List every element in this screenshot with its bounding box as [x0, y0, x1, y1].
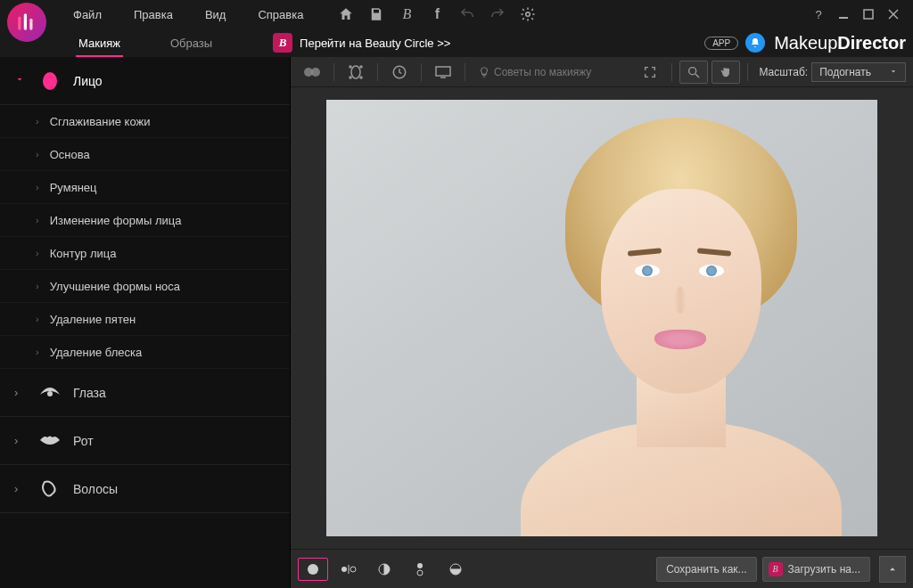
subitem-face-shape[interactable]: ›Изменение формы лица	[0, 204, 290, 237]
save-as-button[interactable]: Сохранить как...	[656, 557, 756, 582]
magnifier-icon[interactable]	[679, 61, 708, 84]
beauty-circle-text: Перейти на Beauty Circle >>	[300, 37, 450, 50]
zoom-value: Подогнать	[819, 66, 871, 78]
divider	[421, 63, 422, 81]
beauty-circle-link[interactable]: B Перейти на Beauty Circle >>	[273, 33, 450, 53]
svg-point-13	[350, 66, 351, 68]
compare-faces-icon[interactable]	[298, 61, 326, 84]
menu-edit[interactable]: Правка	[118, 3, 189, 27]
subitem-label: Улучшение формы носа	[50, 280, 180, 293]
face-icon	[37, 70, 62, 92]
menu-help[interactable]: Справка	[242, 3, 319, 27]
lightbulb-icon	[478, 66, 490, 78]
subitem-spot-removal[interactable]: ›Удаление пятен	[0, 303, 290, 336]
view-before-after-icon[interactable]	[333, 558, 364, 581]
svg-rect-2	[29, 19, 32, 30]
tips-label: Советы по макияжу	[494, 66, 591, 78]
subitem-label: Румянец	[50, 181, 97, 194]
subitem-contour[interactable]: ›Контур лица	[0, 237, 290, 270]
category-hair[interactable]: › Волосы	[0, 465, 290, 513]
face-detect-icon[interactable]	[341, 61, 370, 84]
secondary-bar: Макияж Образы B Перейти на Beauty Circle…	[0, 29, 913, 57]
category-label: Лицо	[73, 74, 103, 88]
divider	[671, 63, 672, 81]
category-face[interactable]: Лицо	[0, 57, 290, 105]
chevron-right-icon: ›	[36, 215, 39, 225]
svg-point-12	[351, 66, 360, 78]
view-split-horizontal-icon[interactable]	[440, 558, 471, 581]
chevron-right-icon: ›	[14, 386, 27, 399]
upload-button[interactable]: BЗагрузить на...	[762, 557, 870, 582]
menu-file[interactable]: Файл	[57, 3, 118, 27]
svg-point-11	[311, 68, 320, 77]
subitem-label: Основа	[50, 148, 90, 161]
divider	[465, 63, 465, 81]
subitem-blush[interactable]: ›Румянец	[0, 171, 290, 204]
subitem-nose-shape[interactable]: ›Улучшение формы носа	[0, 270, 290, 303]
brand-title: MakeupDirector	[774, 33, 906, 53]
tab-looks[interactable]: Образы	[145, 31, 237, 55]
subitem-label: Изменение формы лица	[50, 214, 182, 227]
chevron-right-icon: ›	[36, 149, 39, 159]
close-button[interactable]	[881, 2, 906, 27]
chevron-right-icon: ›	[36, 314, 39, 324]
svg-point-20	[689, 67, 696, 74]
view-single-icon[interactable]	[298, 558, 328, 581]
subitem-foundation[interactable]: ›Основа	[0, 138, 290, 171]
settings-icon[interactable]	[519, 5, 537, 23]
category-label: Глаза	[73, 386, 106, 400]
notifications-icon[interactable]	[745, 33, 765, 53]
subitem-label: Удаление блеска	[50, 346, 143, 359]
svg-point-25	[350, 567, 356, 572]
history-icon[interactable]	[385, 61, 414, 84]
tab-makeup[interactable]: Макияж	[53, 31, 145, 55]
zoom-label: Масштаб:	[759, 66, 808, 78]
category-eyes[interactable]: › Глаза	[0, 369, 290, 417]
maximize-button[interactable]	[856, 2, 881, 27]
app-pill[interactable]: APP	[704, 37, 738, 50]
zoom-select[interactable]: Подогнать	[811, 62, 906, 82]
bottom-bar: Сохранить как... BЗагрузить на...	[291, 549, 913, 588]
view-stacked-icon[interactable]	[405, 558, 435, 581]
menu-view[interactable]: Вид	[189, 3, 243, 27]
chevron-down-icon	[14, 74, 27, 87]
screen-icon[interactable]	[429, 61, 457, 84]
category-mouth[interactable]: › Рот	[0, 417, 290, 465]
svg-point-23	[341, 567, 347, 572]
undo-icon[interactable]	[458, 5, 476, 23]
subitem-shine-removal[interactable]: ›Удаление блеска	[0, 336, 290, 369]
chevron-right-icon: ›	[36, 248, 39, 258]
save-icon[interactable]	[367, 5, 385, 23]
svg-rect-1	[24, 13, 27, 29]
svg-point-16	[360, 77, 362, 78]
help-button[interactable]: ?	[806, 2, 831, 27]
content-area: Советы по макияжу Масштаб: Подогнать	[291, 57, 913, 588]
facebook-icon[interactable]: f	[428, 5, 446, 23]
divider	[333, 63, 334, 81]
svg-rect-5	[864, 10, 873, 19]
redo-icon[interactable]	[489, 5, 506, 23]
category-label: Рот	[73, 434, 94, 448]
chevron-right-icon: ›	[36, 281, 39, 291]
makeup-tips-button[interactable]: Советы по макияжу	[473, 66, 596, 78]
fullscreen-icon[interactable]	[636, 61, 664, 84]
sidebar: Лицо ›Сглаживание кожи ›Основа ›Румянец …	[0, 57, 291, 588]
subitem-label: Сглаживание кожи	[50, 115, 151, 128]
view-split-vertical-icon[interactable]	[369, 558, 399, 581]
eyes-icon	[37, 386, 62, 400]
expand-up-icon[interactable]	[879, 556, 906, 583]
beauty-icon[interactable]: B	[398, 5, 415, 23]
subitem-skin-smoothing[interactable]: ›Сглаживание кожи	[0, 105, 290, 138]
minimize-button[interactable]	[831, 2, 856, 27]
chevron-right-icon: ›	[14, 434, 27, 447]
canvas[interactable]	[291, 87, 913, 549]
titlebar: Файл Правка Вид Справка B f ?	[0, 0, 913, 29]
photo-preview	[326, 100, 877, 536]
upload-badge-icon: B	[769, 562, 783, 576]
upload-label: Загрузить на...	[788, 563, 860, 576]
chevron-right-icon: ›	[36, 347, 39, 357]
pan-hand-icon[interactable]	[711, 61, 740, 84]
home-icon[interactable]	[337, 5, 355, 23]
svg-line-21	[695, 74, 699, 78]
svg-rect-18	[436, 67, 450, 76]
